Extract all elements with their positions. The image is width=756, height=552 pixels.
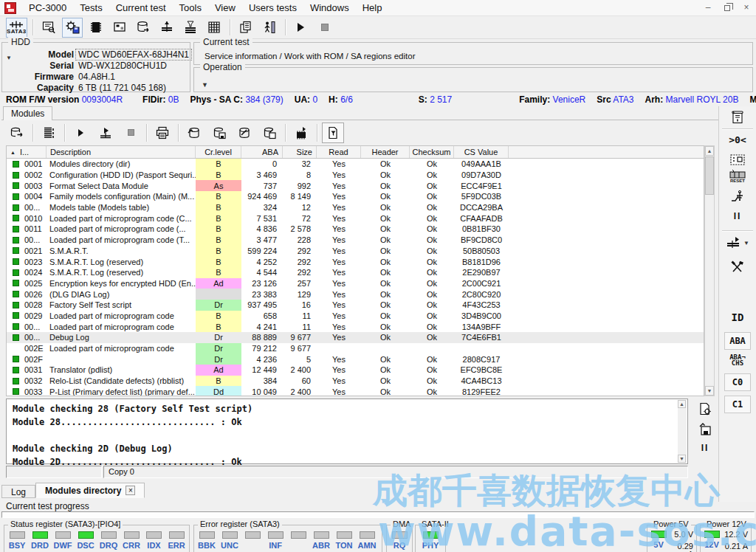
hdd-select-dropdown-icon[interactable]: ▼ [6, 55, 12, 61]
module-row[interactable]: 0032 Relo-List (Candidate defects) (rbbl… [7, 376, 704, 387]
scroll-up-icon[interactable]: ▲ [705, 146, 714, 156]
column-header-csvalue[interactable]: CS Value [454, 146, 509, 158]
board-resources-button[interactable] [109, 18, 130, 38]
column-header-size[interactable]: Size [283, 146, 317, 158]
copy-window-button[interactable] [236, 18, 256, 38]
scroll-down-icon[interactable]: ▼ [705, 386, 714, 396]
pause-button[interactable]: II [719, 211, 756, 221]
menu-tests[interactable]: Tests [73, 1, 109, 15]
module-row[interactable]: 00... Models table (Models table) B 324 … [7, 202, 704, 213]
module-row[interactable]: 0010 Loaded part of microprogram code (C… [7, 213, 704, 224]
script-log-button[interactable] [719, 109, 756, 125]
write-chip-button[interactable] [290, 123, 312, 143]
column-header-read[interactable]: Read [317, 146, 361, 158]
aba-button[interactable]: ABA [719, 332, 756, 350]
menu-users-tests[interactable]: Users tests [242, 1, 303, 15]
heads-map-button[interactable] [180, 18, 201, 38]
log-save-icon[interactable] [698, 422, 712, 437]
column-header-checksum[interactable]: Checksum [410, 146, 454, 158]
module-row[interactable]: 0028 Factory Self Test script Dr 937 495… [7, 300, 704, 311]
column-header-description[interactable]: Description [47, 146, 196, 158]
start-selected-button[interactable] [94, 123, 117, 143]
column-header-header[interactable]: Header [361, 146, 410, 158]
module-row[interactable]: 00... Loaded part of microprogram code (… [7, 235, 704, 246]
column-header-id[interactable]: ▲I... [7, 146, 47, 158]
print-button[interactable] [151, 123, 173, 143]
save-to-db-button[interactable] [208, 123, 230, 143]
operation-dropdown-icon[interactable]: ▼ [202, 81, 208, 89]
scroll-up-icon[interactable]: ▲ [678, 400, 686, 408]
utility-settings-button[interactable] [62, 18, 83, 38]
log-scrollbar[interactable]: ▲ ▼ [678, 400, 687, 463]
close-button[interactable]: × [741, 2, 752, 13]
column-header-crlevel[interactable]: Cr.level [196, 146, 241, 158]
aba-chs-button[interactable]: ABA¬ CHS [719, 354, 756, 366]
module-row[interactable]: 0021 S.M.A.R.T. B 599 224 292 Yes Ok Ok … [7, 246, 704, 257]
save-edited-button[interactable] [258, 123, 281, 143]
module-row[interactable]: 0033 P-List (Primary defect list) (prima… [7, 386, 704, 396]
scroll-down-icon[interactable]: ▼ [678, 455, 686, 463]
module-row[interactable]: 0025 Encryption keys for encrypted HDD (… [7, 278, 704, 289]
run-bus-button[interactable]: ▼ [719, 236, 756, 249]
module-row[interactable]: 0011 Loaded part of microprogram code (.… [7, 224, 704, 235]
stop-test-button[interactable] [315, 18, 335, 38]
reset-button[interactable]: RESET [719, 170, 756, 183]
menu-windows[interactable]: Windows [303, 1, 356, 15]
module-row[interactable]: 0026 (DLG DIAG Log) 23 383 129 Yes Ok Ok… [7, 289, 704, 300]
open-from-db-button[interactable] [183, 123, 205, 143]
module-row[interactable]: 00... Debug Log Dr 88 889 9 677 Yes Ok O… [7, 332, 704, 343]
module-row[interactable]: 0024 S.M.A.R.T. Log (reserved) B 4 544 2… [7, 267, 704, 278]
scroll-thumb[interactable] [705, 156, 714, 195]
module-row[interactable]: 0023 S.M.A.R.T. Log (reserved) B 4 252 2… [7, 256, 704, 267]
module-row[interactable]: 0029 Loaded part of microprogram code B … [7, 311, 704, 322]
exit-utility-button[interactable] [259, 18, 280, 38]
stop-check-button[interactable] [120, 123, 142, 143]
module-row[interactable]: 00... Loaded part of microprogram code B… [7, 321, 704, 332]
tab-modules[interactable]: Modules [3, 106, 52, 120]
minimize-button[interactable]: – [703, 2, 713, 13]
menu-view[interactable]: View [208, 1, 242, 15]
c1-button[interactable]: C1 [719, 396, 756, 413]
menu-tools[interactable]: Tools [173, 1, 208, 15]
database-export-button[interactable] [133, 18, 154, 38]
c0-button[interactable]: C0 [719, 373, 756, 391]
start-test-button[interactable] [291, 18, 312, 38]
tab-close-icon[interactable]: × [126, 486, 135, 495]
module-header-status: Ok [361, 311, 410, 322]
log-export-icon[interactable] [698, 401, 712, 416]
module-row[interactable]: 0002 Configuration (HDD ID) (Pasport Seq… [7, 170, 704, 181]
dropdown-caret-icon[interactable]: ▼ [743, 240, 749, 246]
sata3-port-button[interactable]: SATA3 [6, 18, 27, 38]
module-row[interactable]: 0001 Modules directory (dir) B 0 32 Yes … [7, 159, 704, 170]
module-row[interactable]: 002E Loaded part of microprogram code Dr… [7, 343, 704, 354]
heads-test-button[interactable] [157, 18, 177, 38]
module-row[interactable]: 002F Dr 4 236 5 Yes Ok Ok 2808C917 [7, 353, 704, 365]
id-button[interactable]: ID [719, 308, 756, 326]
column-header-aba[interactable]: ABA [241, 146, 283, 158]
model-value[interactable]: WDC WD60EFAX-68JH4N1 [75, 49, 192, 61]
table-scrollbar[interactable]: ▲ ▼ [704, 145, 715, 396]
menu-current-test[interactable]: Current test [109, 1, 173, 15]
export-report-button[interactable] [322, 123, 344, 143]
restore-button[interactable] [722, 2, 732, 13]
menu-pc3000[interactable]: PC-3000 [22, 1, 73, 15]
pcb-button[interactable] [719, 152, 756, 167]
log-pause-icon[interactable]: II [701, 443, 709, 453]
tab-modules-directory[interactable]: Modules directory × [35, 483, 145, 498]
power-switch-button[interactable] [719, 189, 756, 205]
module-row[interactable]: 0003 Format Select Data Module As 737 99… [7, 180, 704, 191]
menu-help[interactable]: Help [356, 1, 389, 15]
surface-grid-button[interactable] [204, 18, 224, 38]
recalibrate-button[interactable]: >0< [719, 134, 756, 145]
open-edited-button[interactable] [233, 123, 255, 143]
module-row[interactable]: 0031 Translator (pdlist) Ad 12 449 2 400… [7, 365, 704, 376]
module-row[interactable]: 0004 Family models configuration (Main) … [7, 191, 704, 202]
drive-report-button[interactable] [38, 18, 59, 38]
tools-button[interactable] [719, 260, 756, 275]
start-check-button[interactable] [69, 123, 92, 143]
log-panel[interactable]: ▲ ▼ Module checking 28 (Factory Self Tes… [6, 399, 688, 464]
modules-list-button[interactable] [38, 123, 60, 143]
read-modules-button[interactable] [6, 123, 28, 143]
tab-log[interactable]: Log [1, 485, 35, 498]
rom-chip-button[interactable] [86, 18, 106, 38]
